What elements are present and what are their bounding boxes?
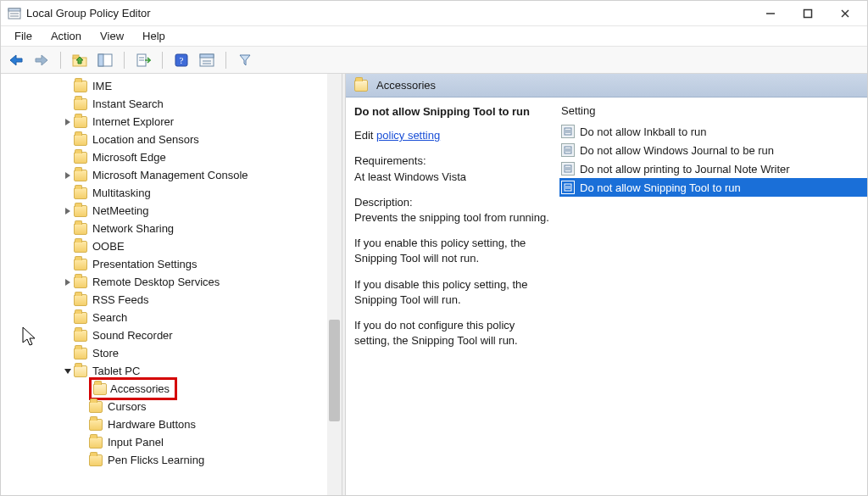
- tree-item[interactable]: Instant Search: [1, 95, 342, 113]
- settings-column-header[interactable]: Setting: [559, 104, 867, 117]
- tree-item[interactable]: NetMeeting: [1, 202, 342, 220]
- toolbar-separator: [124, 52, 125, 69]
- tree-item[interactable]: Location and Sensors: [1, 131, 342, 148]
- menu-file[interactable]: File: [6, 28, 41, 44]
- tree-item[interactable]: Network Sharing: [1, 220, 342, 237]
- title-bar: Local Group Policy Editor: [1, 1, 867, 26]
- tree-scrollbar[interactable]: [327, 74, 342, 495]
- folder-icon: [74, 241, 87, 253]
- description-label: Description:: [354, 195, 549, 210]
- tree-item-label: Multitasking: [92, 184, 151, 202]
- tree-item-label: OOBE: [92, 237, 125, 255]
- tree-item[interactable]: Input Panel: [1, 433, 342, 451]
- chevron-right-icon[interactable]: [62, 172, 74, 179]
- folder-icon: [74, 259, 87, 270]
- description-text-3: If you disable this policy setting, the …: [354, 277, 549, 308]
- export-list-button[interactable]: [133, 50, 153, 70]
- tree-item[interactable]: Hardware Buttons: [1, 415, 342, 433]
- tree-item[interactable]: RSS Feeds: [1, 291, 342, 309]
- menu-action[interactable]: Action: [42, 28, 90, 44]
- chevron-down-icon[interactable]: [62, 368, 74, 375]
- policy-setting-icon: [561, 162, 575, 176]
- tree-item[interactable]: Multitasking: [1, 184, 342, 202]
- tree-item[interactable]: Presentation Settings: [1, 255, 342, 273]
- policy-setting-icon: [561, 181, 575, 194]
- folder-icon: [74, 223, 87, 235]
- menu-bar: File Action View Help: [1, 26, 867, 47]
- tree-item-label: Instant Search: [92, 95, 164, 113]
- tree-item[interactable]: Accessories: [1, 380, 342, 398]
- toolbar-separator: [225, 52, 226, 69]
- filter-button[interactable]: [235, 50, 255, 70]
- svg-rect-21: [565, 128, 571, 135]
- svg-rect-18: [200, 54, 214, 58]
- toolbar-separator: [60, 52, 61, 69]
- tree-item[interactable]: Internet Explorer: [1, 113, 342, 131]
- toolbar-separator: [162, 52, 163, 69]
- tree-item[interactable]: Cursors: [1, 398, 342, 415]
- edit-prefix: Edit: [354, 129, 373, 142]
- tree-item[interactable]: OOBE: [1, 237, 342, 255]
- chevron-right-icon[interactable]: [62, 279, 74, 286]
- setting-item-label: Do not allow Windows Journal to be run: [580, 144, 774, 157]
- setting-item[interactable]: Do not allow printing to Journal Note Wr…: [559, 159, 867, 178]
- menu-view[interactable]: View: [92, 28, 132, 44]
- folder-icon: [74, 187, 87, 199]
- main-split: IMEInstant SearchInternet ExplorerLocati…: [1, 74, 867, 495]
- folder-icon: [89, 437, 103, 449]
- toolbar: ?: [1, 47, 867, 74]
- tree-item[interactable]: Microsoft Edge: [1, 148, 342, 166]
- chevron-right-icon[interactable]: [62, 208, 74, 215]
- folder-icon: [74, 81, 87, 92]
- description-text-4: If you do not configure this policy sett…: [354, 318, 549, 348]
- svg-rect-11: [98, 54, 103, 66]
- show-hide-tree-button[interactable]: [95, 50, 115, 70]
- tree-item[interactable]: Sound Recorder: [1, 326, 342, 344]
- tree-item-label: Hardware Buttons: [108, 415, 196, 433]
- minimize-button[interactable]: [752, 2, 789, 25]
- tree-item-label: RSS Feeds: [92, 291, 148, 309]
- policy-tree[interactable]: IMEInstant SearchInternet ExplorerLocati…: [1, 74, 342, 472]
- svg-rect-24: [565, 147, 571, 153]
- menu-help[interactable]: Help: [134, 28, 174, 44]
- folder-icon: [74, 348, 87, 359]
- policy-setting-icon: [561, 143, 575, 157]
- tree-item-label: Network Sharing: [92, 220, 174, 237]
- tree-item-label: Search: [92, 309, 127, 326]
- tree-item-label: Presentation Settings: [92, 255, 198, 273]
- edit-policy-link[interactable]: policy setting: [376, 129, 440, 142]
- detail-header-label: Accessories: [376, 79, 436, 92]
- tree-item-label: Input Panel: [108, 433, 164, 451]
- tree-item[interactable]: Search: [1, 309, 342, 326]
- tree-item[interactable]: Pen Flicks Learning: [1, 451, 342, 469]
- up-button[interactable]: [70, 50, 90, 70]
- setting-item[interactable]: Do not allow Snipping Tool to run: [559, 178, 867, 197]
- folder-icon: [93, 383, 107, 395]
- tree-item[interactable]: Remote Desktop Services: [1, 273, 342, 291]
- properties-button[interactable]: [197, 50, 217, 70]
- folder-icon: [354, 80, 368, 92]
- maximize-button[interactable]: [789, 2, 826, 25]
- folder-icon: [74, 330, 87, 342]
- tree-item[interactable]: IME: [1, 77, 342, 95]
- chevron-right-icon[interactable]: [62, 119, 74, 125]
- requirements-label: Requirements:: [354, 153, 549, 169]
- app-icon: [8, 7, 21, 20]
- scrollbar-thumb[interactable]: [329, 320, 340, 421]
- folder-icon: [89, 454, 103, 466]
- tree-item-label: Remote Desktop Services: [92, 273, 220, 291]
- folder-icon: [74, 152, 87, 164]
- tree-item[interactable]: Microsoft Management Console: [1, 166, 342, 184]
- policy-setting-icon: [561, 125, 575, 138]
- setting-item[interactable]: Do not allow Inkball to run: [559, 122, 867, 141]
- close-button[interactable]: [826, 2, 864, 25]
- folder-icon: [74, 205, 87, 217]
- tree-item-label: Cursors: [108, 398, 147, 415]
- forward-button[interactable]: [31, 50, 52, 70]
- setting-item[interactable]: Do not allow Windows Journal to be run: [559, 141, 867, 159]
- svg-text:?: ?: [180, 55, 184, 65]
- back-button[interactable]: [6, 50, 26, 70]
- svg-rect-30: [565, 184, 571, 191]
- help-button[interactable]: ?: [171, 50, 192, 70]
- tree-item[interactable]: Store: [1, 344, 342, 362]
